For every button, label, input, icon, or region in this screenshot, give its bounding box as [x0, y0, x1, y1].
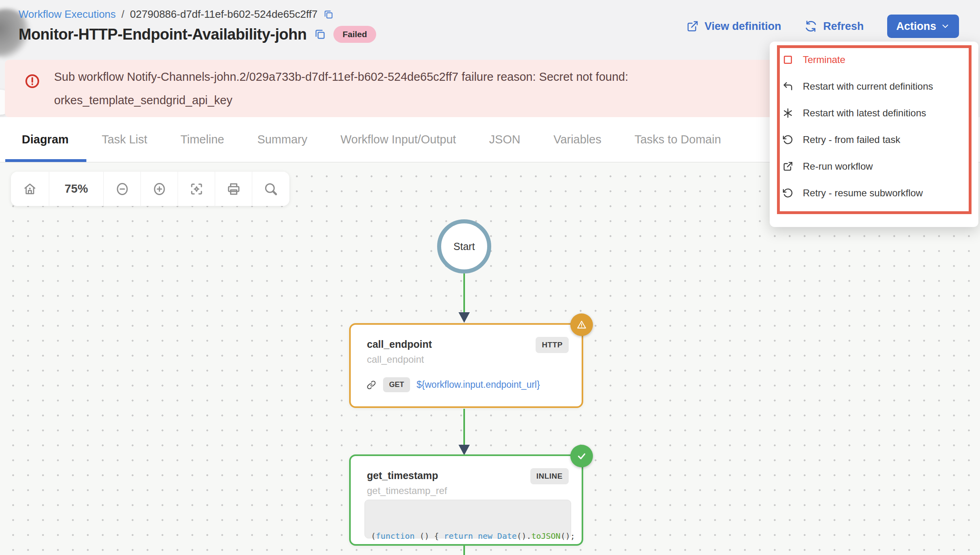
tab-list: Diagram Task List Timeline Summary Workf… [5, 117, 737, 162]
code-line-1: (function () { return new Date().toJSON(… [371, 530, 565, 542]
fit-view-button[interactable] [178, 172, 215, 206]
zoom-out-button[interactable] [104, 172, 141, 206]
external-link-icon [687, 20, 699, 32]
tab-timeline[interactable]: Timeline [164, 133, 241, 146]
title-row: Monitor-HTTP-Endpoint-Availability-john … [19, 23, 376, 46]
page-title: Monitor-HTTP-Endpoint-Availability-john [19, 26, 307, 43]
error-message: Sub workflow Notify-Channels-john.2/029a… [54, 65, 628, 112]
copy-icon[interactable] [323, 9, 334, 20]
menu-item-restart-latest-definitions[interactable]: Restart with latest definitions [782, 100, 978, 126]
menu-item-label: Retry - resume subworkflow [803, 187, 923, 199]
active-tab-indicator [5, 159, 86, 162]
status-badge: Failed [333, 26, 377, 43]
actions-menu-items: Terminate Restart with current definitio… [770, 42, 978, 206]
success-status-icon [570, 445, 593, 467]
menu-item-label: Re-run workflow [803, 161, 873, 172]
external-link-icon [782, 160, 794, 172]
refresh-button[interactable]: Refresh [804, 20, 864, 33]
tab-variables[interactable]: Variables [537, 133, 618, 146]
http-method-badge: GET [383, 377, 410, 392]
start-node[interactable]: Start [437, 219, 491, 273]
breadcrumb-execution-id: 02790886-d7df-11ef-b602-524de65c2ff7 [130, 8, 318, 21]
task-name: call_endpoint [367, 338, 432, 350]
rotate-ccw-icon [782, 134, 794, 146]
header-actions: View definition Refresh Actions [687, 15, 959, 38]
view-definition-label: View definition [704, 20, 781, 33]
tab-task-list[interactable]: Task List [85, 133, 164, 146]
breadcrumb-link-workflow-executions[interactable]: Workflow Executions [19, 8, 116, 21]
task-reference: call_endpoint [367, 354, 424, 365]
print-button[interactable] [215, 172, 252, 206]
refresh-icon [804, 20, 817, 33]
menu-item-terminate[interactable]: Terminate [782, 46, 978, 73]
task-reference: get_timestamp_ref [367, 485, 447, 496]
menu-item-label: Restart with current definitions [803, 81, 933, 92]
error-message-line2: orkes_template_sendgrid_api_key [54, 88, 628, 112]
actions-dropdown-menu: Terminate Restart with current definitio… [770, 42, 978, 227]
copy-icon[interactable] [314, 28, 326, 40]
arrowhead [459, 445, 470, 455]
warning-status-icon [570, 313, 593, 336]
actions-label: Actions [896, 20, 936, 33]
tab-json[interactable]: JSON [473, 133, 537, 146]
undo-arrow-icon [782, 80, 794, 92]
task-node-call-endpoint[interactable]: call_endpoint call_endpoint HTTP GET ${w… [349, 323, 583, 408]
menu-item-retry-from-failed-task[interactable]: Retry - from failed task [782, 126, 978, 153]
error-alert-icon [24, 73, 40, 89]
search-button[interactable] [252, 172, 289, 206]
zoom-in-button[interactable] [141, 172, 178, 206]
task-name: get_timestamp [367, 470, 438, 481]
tab-summary[interactable]: Summary [241, 133, 324, 146]
zoom-level: 75% [49, 172, 104, 206]
edge-get-timestamp-down [463, 546, 465, 555]
tab-tasks-to-domain[interactable]: Tasks to Domain [618, 133, 737, 146]
menu-item-retry-resume-subworkflow[interactable]: Retry - resume subworkflow [782, 180, 978, 206]
link-icon [366, 380, 377, 390]
edge-call-endpoint-to-get-timestamp [463, 409, 465, 445]
view-definition-button[interactable]: View definition [687, 20, 781, 33]
menu-item-label: Terminate [803, 54, 845, 65]
inline-code-block: (function () { return new Date().toJSON(… [364, 500, 571, 538]
error-message-line1: Sub workflow Notify-Channels-john.2/029a… [54, 65, 628, 88]
rotate-ccw-icon [782, 187, 794, 199]
task-type-badge: INLINE [530, 468, 569, 484]
breadcrumb-separator: / [121, 8, 124, 21]
menu-item-label: Restart with latest definitions [803, 107, 926, 119]
start-node-label: Start [454, 241, 475, 252]
workflow-execution-page: Workflow Executions / 02790886-d7df-11ef… [0, 0, 980, 555]
stop-square-icon [782, 54, 794, 66]
task-type-badge: HTTP [536, 337, 569, 353]
refresh-label: Refresh [823, 20, 864, 33]
breadcrumb: Workflow Executions / 02790886-d7df-11ef… [19, 8, 334, 21]
home-button[interactable] [11, 172, 49, 206]
endpoint-url[interactable]: ${workflow.input.endpoint_url} [417, 379, 540, 390]
arrowhead [459, 312, 470, 323]
http-request-row: GET ${workflow.input.endpoint_url} [366, 377, 540, 392]
menu-item-label: Retry - from failed task [803, 134, 900, 145]
edge-start-to-call-endpoint [463, 273, 465, 312]
task-node-get-timestamp[interactable]: get_timestamp get_timestamp_ref INLINE (… [349, 454, 583, 546]
menu-item-restart-current-definitions[interactable]: Restart with current definitions [782, 73, 978, 100]
tab-workflow-input-output[interactable]: Workflow Input/Output [324, 133, 472, 146]
chevron-down-icon [940, 21, 950, 31]
tab-diagram[interactable]: Diagram [5, 133, 85, 146]
menu-item-rerun-workflow[interactable]: Re-run workflow [782, 153, 978, 180]
actions-button[interactable]: Actions [887, 15, 959, 38]
diagram-toolbar: 75% [11, 172, 289, 206]
asterisk-icon [782, 107, 794, 119]
